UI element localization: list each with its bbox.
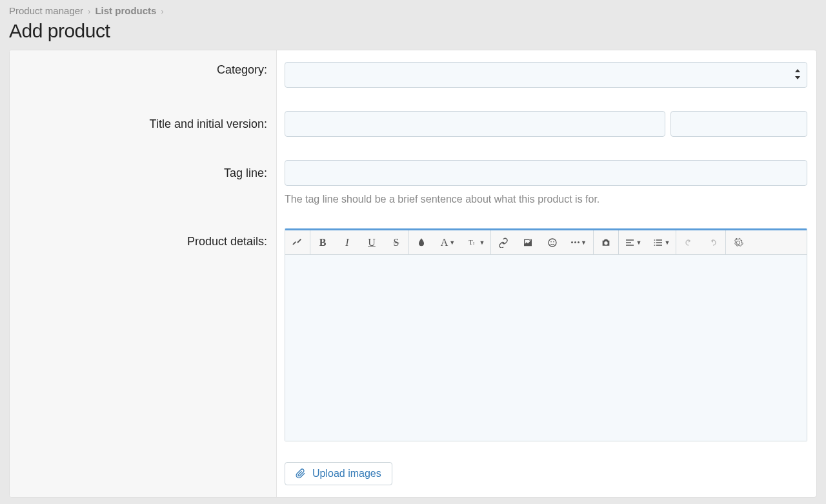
upload-images-button[interactable]: Upload images xyxy=(285,462,392,485)
font-size-button[interactable]: TI▼ xyxy=(462,230,490,254)
title-label: Title and initial version: xyxy=(10,99,277,148)
underline-button[interactable]: U xyxy=(359,230,384,254)
rich-text-editor: B I U S A▼ TI▼ xyxy=(285,228,807,441)
editor-toolbar: B I U S A▼ TI▼ xyxy=(285,230,807,255)
svg-text:I: I xyxy=(473,241,474,245)
version-input[interactable] xyxy=(670,111,807,137)
clear-format-button[interactable] xyxy=(285,230,310,254)
svg-point-4 xyxy=(553,241,554,242)
svg-point-2 xyxy=(549,239,556,247)
link-button[interactable] xyxy=(491,230,516,254)
undo-button[interactable] xyxy=(676,230,701,254)
list-button[interactable]: ▼ xyxy=(647,230,676,254)
settings-button[interactable] xyxy=(726,230,750,254)
tagline-help-text: The tag line should be a brief sentence … xyxy=(285,194,807,205)
chevron-right-icon: › xyxy=(159,7,166,16)
svg-point-3 xyxy=(550,241,552,242)
category-label: Category: xyxy=(10,50,277,99)
emoji-button[interactable] xyxy=(540,230,565,254)
color-button[interactable] xyxy=(409,230,434,254)
svg-point-5 xyxy=(654,239,655,241)
breadcrumb: Product manager › List products › xyxy=(9,5,817,16)
category-select[interactable] xyxy=(285,62,807,88)
bold-button[interactable]: B xyxy=(310,230,335,254)
tagline-input[interactable] xyxy=(285,160,807,186)
paperclip-icon xyxy=(296,469,306,479)
details-textarea[interactable] xyxy=(285,255,807,441)
chevron-right-icon: › xyxy=(86,7,92,16)
tagline-label: Tag line: xyxy=(10,148,277,217)
breadcrumb-item-list-products[interactable]: List products xyxy=(95,5,156,16)
italic-button[interactable]: I xyxy=(335,230,359,254)
image-button[interactable] xyxy=(516,230,540,254)
align-button[interactable]: ▼ xyxy=(619,230,647,254)
more-button[interactable]: ▼ xyxy=(565,230,593,254)
breadcrumb-item-product-manager[interactable]: Product manager xyxy=(9,5,83,16)
title-input[interactable] xyxy=(285,111,665,137)
form-panel: Category: Title and initial version: Tag… xyxy=(9,50,817,498)
details-label: Product details: xyxy=(10,217,277,497)
svg-point-7 xyxy=(654,245,655,246)
svg-point-6 xyxy=(654,242,655,243)
svg-text:T: T xyxy=(468,239,473,246)
page-title: Add product xyxy=(9,20,817,42)
strikethrough-button[interactable]: S xyxy=(384,230,408,254)
redo-button[interactable] xyxy=(701,230,725,254)
font-family-button[interactable]: A▼ xyxy=(434,230,462,254)
camera-button[interactable] xyxy=(594,230,618,254)
upload-images-label: Upload images xyxy=(312,468,381,479)
